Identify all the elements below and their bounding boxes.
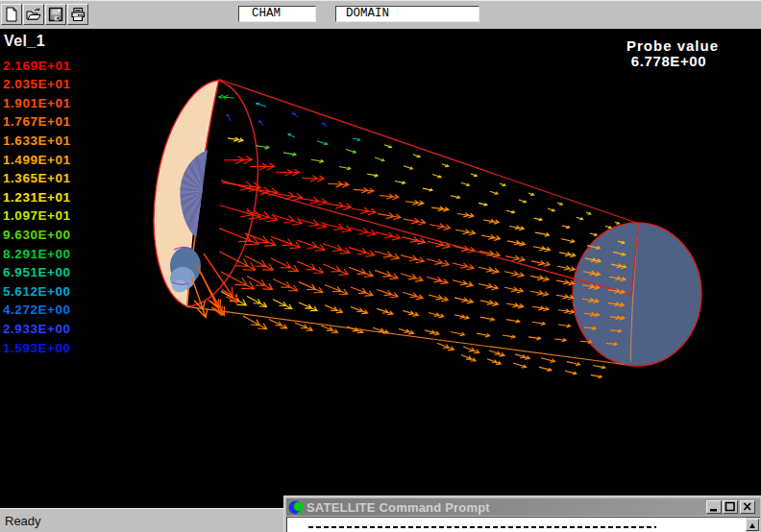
svg-text:1.901E+01: 1.901E+01 (3, 96, 71, 110)
svg-text:1.231E+01: 1.231E+01 (3, 190, 71, 205)
svg-text:6.951E+00: 6.951E+00 (3, 265, 71, 279)
svg-text:9.630E+00: 9.630E+00 (3, 228, 71, 242)
svg-text:4.272E+00: 4.272E+00 (3, 302, 71, 317)
svg-text:5.612E+00: 5.612E+00 (3, 284, 71, 299)
svg-text:1.499E+01: 1.499E+01 (3, 153, 71, 167)
svg-text:Probe value: Probe value (626, 37, 719, 54)
svg-text:1.097E+01: 1.097E+01 (3, 208, 71, 223)
svg-text:2.035E+01: 2.035E+01 (3, 77, 71, 91)
svg-text:1.767E+01: 1.767E+01 (3, 114, 71, 129)
svg-text:1.593E+00: 1.593E+00 (3, 341, 71, 355)
svg-text:1.633E+01: 1.633E+01 (3, 133, 71, 148)
svg-text:8.291E+00: 8.291E+00 (3, 247, 71, 261)
svg-text:2.933E+00: 2.933E+00 (3, 322, 71, 336)
svg-text:Vel_1: Vel_1 (4, 33, 45, 49)
svg-text:6.778E+00: 6.778E+00 (631, 53, 706, 69)
svg-text:1.365E+01: 1.365E+01 (3, 171, 71, 185)
svg-text:2.169E+01: 2.169E+01 (3, 59, 71, 73)
